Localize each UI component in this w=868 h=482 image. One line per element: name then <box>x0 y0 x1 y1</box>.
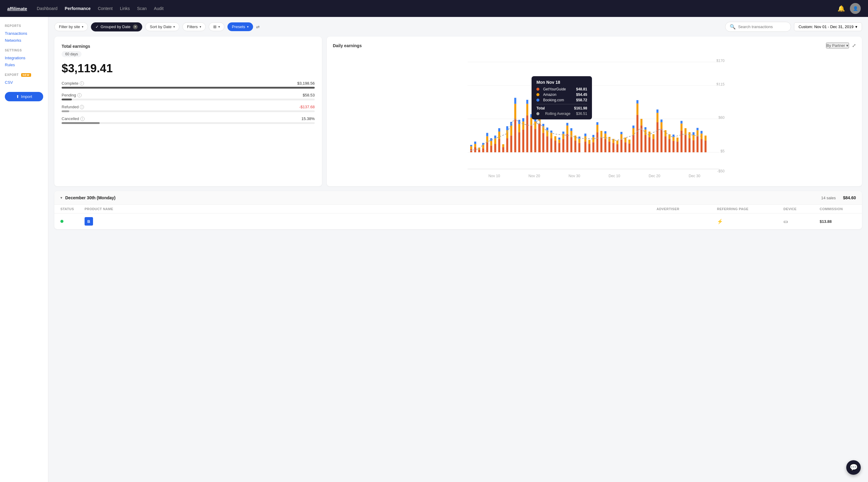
chevron-down-icon: ▾ <box>247 25 249 28</box>
svg-rect-78 <box>554 136 556 141</box>
svg-rect-143 <box>660 129 663 152</box>
nav-links[interactable]: Links <box>120 5 130 12</box>
svg-rect-50 <box>518 132 520 152</box>
date-group-header[interactable]: ▾ December 30th (Monday) 14 sales $84.60 <box>54 191 862 205</box>
nav-scan[interactable]: Scan <box>137 5 147 12</box>
nav-audit[interactable]: Audit <box>154 5 164 12</box>
info-icon[interactable]: i <box>77 93 82 97</box>
svg-rect-90 <box>570 128 572 131</box>
svg-rect-128 <box>637 115 639 152</box>
svg-rect-57 <box>526 104 529 115</box>
svg-rect-161 <box>689 132 691 138</box>
grouped-by-date-button[interactable]: ✓ Grouped by Date ✕ <box>91 22 142 31</box>
refunded-bar <box>62 110 69 112</box>
svg-rect-92 <box>575 136 577 141</box>
svg-rect-106 <box>596 122 598 125</box>
pending-label: Pending i <box>62 93 82 97</box>
svg-rect-156 <box>680 124 683 131</box>
date-range-button[interactable]: Custom: Nov 01 - Dec 31, 2019 ▾ <box>794 22 862 31</box>
days-badge: 60 days <box>62 51 82 57</box>
chevron-down-icon: ▾ <box>218 25 220 28</box>
expand-icon[interactable]: ⤢ <box>852 42 856 48</box>
svg-rect-43 <box>506 126 508 130</box>
adjust-icon[interactable]: ⇄ <box>256 25 260 29</box>
svg-rect-134 <box>645 130 647 135</box>
svg-rect-71 <box>546 136 549 152</box>
chart-controls: By Partner ▾ ⤢ <box>826 42 856 48</box>
sidebar-item-networks[interactable]: Networks <box>5 37 43 44</box>
svg-rect-120 <box>620 132 622 134</box>
sort-by-date-button[interactable]: Sort by Date ▾ <box>145 22 179 31</box>
chevron-down-icon: ▾ <box>82 25 83 28</box>
sidebar-item-csv[interactable]: CSV <box>5 79 43 86</box>
svg-text:$5: $5 <box>721 149 725 153</box>
row-referring: ⚡ <box>717 219 783 224</box>
svg-rect-44 <box>510 136 512 152</box>
svg-rect-29 <box>486 133 488 136</box>
svg-rect-99 <box>588 144 590 152</box>
referring-link[interactable]: ⚡ <box>717 220 723 224</box>
new-badge: NEW <box>21 73 31 77</box>
chart-header: Daily earnings By Partner ▾ ⤢ <box>333 42 856 48</box>
svg-rect-124 <box>628 140 630 144</box>
import-button[interactable]: ⬆ Import <box>5 92 43 101</box>
sidebar-item-transactions[interactable]: Transactions <box>5 30 43 37</box>
svg-rect-36 <box>498 139 500 152</box>
info-icon[interactable]: i <box>80 81 84 86</box>
svg-text:Dec 30: Dec 30 <box>689 174 701 178</box>
cancelled-progress <box>62 122 315 124</box>
svg-rect-110 <box>604 134 607 139</box>
filters-button[interactable]: Filters ▾ <box>182 22 205 31</box>
pending-progress <box>62 98 315 101</box>
svg-rect-31 <box>490 141 492 145</box>
svg-rect-125 <box>632 135 634 152</box>
cancelled-bar <box>62 122 100 124</box>
columns-button[interactable]: ⊞ ▾ <box>209 22 224 31</box>
search-input[interactable] <box>738 25 786 29</box>
svg-rect-53 <box>522 130 524 152</box>
chat-button[interactable]: 💬 <box>846 460 861 475</box>
svg-rect-75 <box>550 133 552 138</box>
nav-performance[interactable]: Performance <box>65 5 91 12</box>
svg-rect-150 <box>673 141 675 152</box>
cards-row: Total earnings 60 days $3,119.41 Complet… <box>54 36 862 186</box>
topnav: affilimate Dashboard Performance Content… <box>0 0 868 17</box>
svg-rect-67 <box>538 110 540 115</box>
complete-bar <box>62 87 315 89</box>
product-icon: B <box>85 217 93 226</box>
filter-by-site-button[interactable]: Filter by site ▾ <box>54 22 88 31</box>
svg-rect-130 <box>637 100 639 104</box>
svg-rect-64 <box>534 118 536 121</box>
search-icon: 🔍 <box>730 24 736 30</box>
svg-rect-60 <box>530 118 532 126</box>
svg-rect-146 <box>664 136 666 152</box>
svg-rect-166 <box>696 130 699 136</box>
svg-rect-162 <box>692 140 695 152</box>
by-partner-button[interactable]: By Partner ▾ <box>826 42 849 48</box>
avatar[interactable]: 👤 <box>850 3 861 14</box>
sidebar-item-rules[interactable]: Rules <box>5 61 43 68</box>
cancelled-row: Cancelled i 15.38% <box>62 116 315 121</box>
presets-button[interactable]: Presets ▾ <box>227 22 253 31</box>
complete-value: $3,198.56 <box>297 81 315 86</box>
refunded-label: Refunded i <box>62 105 84 109</box>
nav-dashboard[interactable]: Dashboard <box>37 5 58 12</box>
chart-area: $170 $115 $60 $5 -$50 Nov 10 Nov 20 <box>333 52 856 180</box>
status-dot <box>60 220 63 223</box>
pending-value: $58.53 <box>303 93 315 97</box>
svg-rect-118 <box>620 140 622 152</box>
svg-rect-22 <box>478 150 480 152</box>
col-device: Device <box>783 207 820 211</box>
info-icon[interactable]: i <box>80 117 85 121</box>
info-icon[interactable]: i <box>80 105 84 109</box>
svg-rect-65 <box>538 124 540 152</box>
svg-rect-68 <box>542 133 545 152</box>
chevron-down-icon: ▾ <box>846 43 848 48</box>
close-icon[interactable]: ✕ <box>133 25 138 29</box>
earnings-total: $3,119.41 <box>62 62 315 75</box>
bell-icon[interactable]: 🔔 <box>837 5 845 12</box>
nav-content[interactable]: Content <box>98 5 113 12</box>
sidebar-item-integrations[interactable]: Integrations <box>5 54 43 61</box>
svg-text:$170: $170 <box>716 59 724 63</box>
main-content: Filter by site ▾ ✓ Grouped by Date ✕ Sor… <box>48 17 868 482</box>
